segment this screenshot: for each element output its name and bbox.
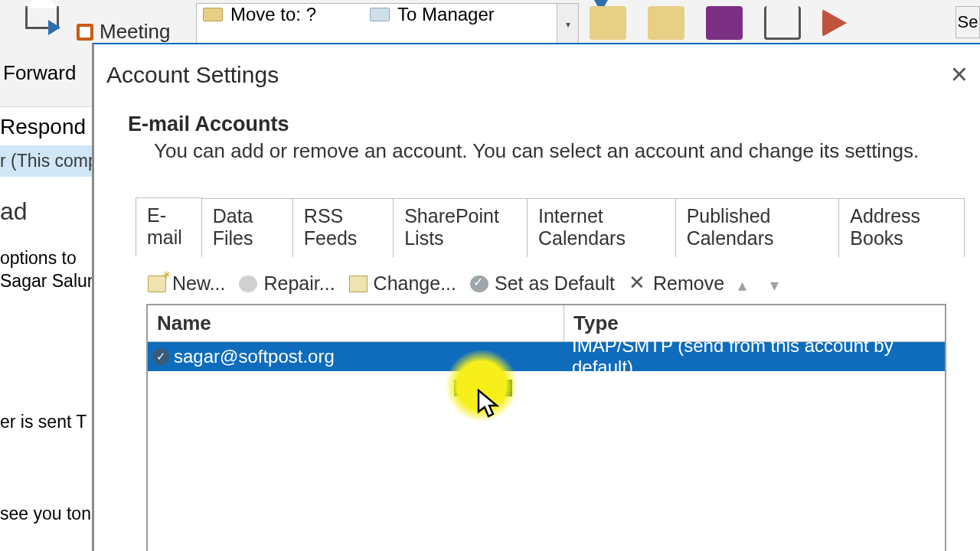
dialog-title: Account Settings (106, 62, 279, 88)
remove-button[interactable]: ✕ Remove (629, 272, 724, 295)
move-up-button[interactable]: ▴ (738, 276, 756, 292)
close-button[interactable]: × (951, 58, 968, 91)
rules-button[interactable] (648, 6, 684, 40)
follow-up-flag-button[interactable] (822, 9, 847, 37)
list-text-1: options to (0, 248, 77, 269)
meeting-button[interactable]: Meeting (77, 20, 171, 44)
tab-rss-feeds[interactable]: RSS Feeds (292, 198, 394, 257)
default-check-icon: ✓ (152, 348, 169, 365)
tab-address-books[interactable]: Address Books (838, 198, 965, 257)
new-icon (148, 276, 166, 292)
onenote-button[interactable] (706, 6, 743, 40)
change-icon (349, 276, 368, 292)
section-heading: E-mail Accounts (128, 112, 965, 136)
repair-button[interactable]: Repair... (239, 272, 335, 295)
move-to-label: Move to: ? (230, 4, 316, 25)
move-down-button[interactable]: ▾ (770, 276, 789, 292)
respond-group-label: Respond (0, 115, 86, 139)
tab-published-calendars[interactable]: Published Calendars (675, 198, 840, 257)
tab-data-files[interactable]: Data Files (201, 198, 293, 257)
folder-icon (203, 8, 223, 21)
arrow-up-icon: ▴ (738, 276, 756, 292)
new-account-button[interactable]: New... (148, 272, 225, 295)
tab-strip: E-mail Data Files RSS Feeds SharePoint L… (136, 197, 965, 256)
list-text-4: see you ton (0, 504, 91, 524)
mark-unread-button[interactable] (764, 6, 801, 40)
forward-label: Forward (3, 61, 76, 85)
list-text-3: er is sent T (0, 412, 87, 432)
column-header-name[interactable]: Name (148, 305, 564, 341)
gallery-dropdown[interactable]: ▾ (557, 4, 578, 44)
tab-sharepoint-lists[interactable]: SharePoint Lists (393, 198, 528, 257)
set-default-button[interactable]: Set as Default (470, 272, 615, 295)
move-button[interactable] (590, 6, 626, 40)
arrow-down-icon: ▾ (770, 276, 789, 292)
quick-steps-gallery[interactable]: Move to: ? To Manager ▾ (196, 3, 579, 45)
account-settings-dialog: Account Settings × E-mail Accounts You c… (92, 43, 980, 551)
meeting-label: Meeting (100, 20, 171, 44)
account-name: sagar@softpost.org (174, 346, 564, 367)
remove-icon: ✕ (629, 276, 647, 292)
accounts-table: Name Type ✓ sagar@softpost.org IMAP/SMTP… (146, 304, 946, 551)
repair-icon (239, 276, 257, 292)
account-row[interactable]: ✓ sagar@softpost.org IMAP/SMTP (send fro… (148, 342, 945, 371)
manager-icon (370, 8, 390, 21)
section-description: You can add or remove an account. You ca… (128, 139, 965, 163)
default-icon (470, 276, 488, 292)
list-text-2: Sagar Salunl (0, 271, 101, 292)
search-box-fragment[interactable]: Se (956, 6, 980, 38)
account-toolbar: New... Repair... Change... Set as Defaul… (128, 257, 965, 304)
change-button[interactable]: Change... (349, 272, 456, 295)
calendar-icon (77, 24, 93, 41)
tab-internet-calendars[interactable]: Internet Calendars (527, 198, 676, 257)
tab-email[interactable]: E-mail (136, 197, 202, 257)
forward-button[interactable] (0, 6, 84, 29)
ad-fragment: ad (0, 197, 28, 226)
to-manager-label: To Manager (397, 4, 495, 25)
account-type: IMAP/SMTP (send from this account by def… (564, 335, 945, 378)
